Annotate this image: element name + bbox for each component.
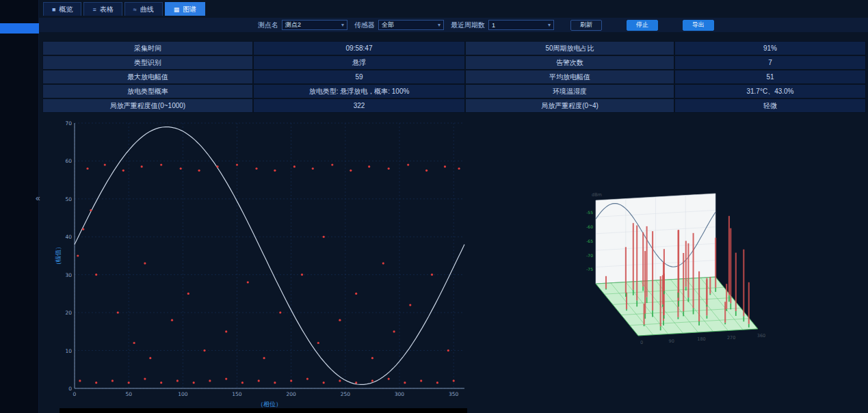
table-key: 环境温湿度 bbox=[465, 84, 674, 98]
cycles-select[interactable]: 1 ▾ bbox=[488, 20, 554, 30]
pd-monitoring-dashboard: « ■ 概览 ≡ 表格 ≈ 曲线 ▦ 图谱 测点名 bbox=[0, 0, 868, 413]
prpd-chart: 010203040506070050100150200250300350（幅值）… bbox=[54, 118, 471, 410]
svg-text:（相位）: （相位） bbox=[257, 401, 282, 408]
point-select-value: 测点2 bbox=[285, 21, 301, 29]
sidebar-collapse-icon[interactable]: « bbox=[36, 194, 40, 202]
svg-text:20: 20 bbox=[65, 310, 72, 316]
summary-table: 采集时间 09:58:47 50周期放电占比 91% 类型识别 悬浮 告警次数 … bbox=[42, 41, 866, 113]
sidebar bbox=[0, 0, 39, 413]
overview-icon: ■ bbox=[52, 6, 55, 13]
svg-text:-70: -70 bbox=[586, 253, 593, 258]
svg-text:-75: -75 bbox=[586, 267, 593, 271]
table-key: 采集时间 bbox=[42, 41, 253, 55]
table-key: 平均放电幅值 bbox=[465, 70, 674, 84]
tab-overview-label: 概览 bbox=[59, 5, 73, 14]
cycles-label: 最近周期数 bbox=[451, 21, 485, 30]
table-value: 放电类型: 悬浮放电，概率: 100% bbox=[253, 84, 465, 98]
table-key: 最大放电幅值 bbox=[42, 70, 253, 84]
svg-text:（幅值）: （幅值） bbox=[55, 243, 62, 268]
tab-curve-label: 曲线 bbox=[140, 5, 154, 14]
tab-curve[interactable]: ≈ 曲线 bbox=[124, 2, 163, 16]
svg-text:0: 0 bbox=[640, 340, 643, 345]
chevron-down-icon: ▾ bbox=[438, 22, 440, 28]
export-button[interactable]: 导出 bbox=[683, 20, 714, 31]
tab-overview[interactable]: ■ 概览 bbox=[43, 2, 81, 16]
prpd-svg: 010203040506070050100150200250300350（幅值）… bbox=[54, 118, 471, 408]
table-value: 09:58:47 bbox=[253, 41, 465, 55]
svg-text:-65: -65 bbox=[586, 239, 593, 243]
tab-table-label: 表格 bbox=[100, 5, 114, 14]
svg-text:10: 10 bbox=[65, 348, 72, 354]
charts-area: 010203040506070050100150200250300350（幅值）… bbox=[39, 116, 868, 413]
table-value: 31.7°C、43.0% bbox=[674, 84, 866, 98]
table-key: 类型识别 bbox=[42, 55, 253, 70]
filter-cycles: 最近周期数 1 ▾ bbox=[451, 20, 554, 30]
svg-text:60: 60 bbox=[65, 158, 72, 164]
svg-text:270: 270 bbox=[727, 335, 735, 341]
svg-text:100: 100 bbox=[178, 391, 188, 397]
svg-text:350: 350 bbox=[449, 391, 459, 397]
chevron-down-icon: ▾ bbox=[341, 22, 344, 28]
svg-text:40: 40 bbox=[65, 234, 72, 240]
table-value: 91% bbox=[674, 41, 866, 55]
svg-text:50: 50 bbox=[65, 196, 72, 202]
tab-bar: ■ 概览 ≡ 表格 ≈ 曲线 ▦ 图谱 bbox=[43, 2, 205, 16]
refresh-button[interactable]: 刷新 bbox=[570, 20, 602, 31]
stop-button[interactable]: 停止 bbox=[627, 20, 658, 31]
table-value: 59 bbox=[253, 70, 465, 84]
svg-text:dBm: dBm bbox=[592, 192, 602, 198]
table-key: 告警次数 bbox=[465, 55, 674, 70]
svg-text:0: 0 bbox=[73, 391, 77, 397]
table-value: 轻微 bbox=[674, 98, 866, 113]
spectrum-icon: ▦ bbox=[174, 6, 180, 13]
filter-point: 测点名 测点2 ▾ bbox=[258, 20, 347, 30]
table-value: 51 bbox=[674, 70, 866, 84]
table-key: 局放严重程度值(0~1000) bbox=[42, 98, 253, 113]
svg-text:-60: -60 bbox=[586, 224, 593, 229]
svg-text:-55: -55 bbox=[586, 210, 593, 215]
svg-text:50: 50 bbox=[125, 391, 132, 397]
prps-chart: dBm-55-60-65-70-75090180270360 bbox=[573, 168, 778, 351]
point-label: 测点名 bbox=[258, 21, 278, 30]
sensor-label: 传感器 bbox=[354, 21, 375, 30]
svg-text:150: 150 bbox=[232, 391, 242, 397]
tab-spectrum-label: 图谱 bbox=[183, 5, 196, 14]
svg-text:250: 250 bbox=[341, 391, 351, 397]
cycles-select-value: 1 bbox=[492, 22, 495, 29]
sensor-select-value: 全部 bbox=[382, 21, 394, 29]
table-value: 悬浮 bbox=[253, 55, 465, 70]
filter-toolbar: 测点名 测点2 ▾ 传感器 全部 ▾ 最近周期数 1 ▾ bbox=[39, 18, 868, 32]
filter-sensor: 传感器 全部 ▾ bbox=[354, 20, 444, 30]
table-key: 50周期放电占比 bbox=[465, 41, 674, 55]
svg-text:90: 90 bbox=[669, 338, 674, 344]
svg-text:0: 0 bbox=[68, 386, 72, 392]
prps-svg: dBm-55-60-65-70-75090180270360 bbox=[573, 168, 778, 349]
sensor-select[interactable]: 全部 ▾ bbox=[378, 20, 444, 30]
svg-text:300: 300 bbox=[395, 391, 405, 397]
svg-text:360: 360 bbox=[757, 333, 765, 338]
main-area: ■ 概览 ≡ 表格 ≈ 曲线 ▦ 图谱 测点名 测点2 ▾ bbox=[39, 0, 868, 413]
svg-text:180: 180 bbox=[697, 336, 705, 342]
tab-table[interactable]: ≡ 表格 bbox=[83, 2, 122, 16]
chevron-down-icon: ▾ bbox=[548, 22, 551, 28]
chart-bottom-strip bbox=[60, 408, 467, 413]
svg-text:200: 200 bbox=[287, 391, 297, 397]
curve-icon: ≈ bbox=[133, 6, 137, 13]
table-key: 放电类型概率 bbox=[42, 84, 253, 98]
table-value: 322 bbox=[253, 98, 465, 113]
sidebar-active-item[interactable] bbox=[0, 23, 39, 34]
svg-text:70: 70 bbox=[65, 120, 72, 126]
table-value: 7 bbox=[674, 55, 866, 70]
table-key: 局放严重程度(0~4) bbox=[465, 98, 674, 113]
svg-text:30: 30 bbox=[65, 272, 72, 278]
point-select[interactable]: 测点2 ▾ bbox=[282, 20, 347, 30]
tab-spectrum[interactable]: ▦ 图谱 bbox=[165, 2, 206, 16]
table-icon: ≡ bbox=[92, 6, 96, 13]
